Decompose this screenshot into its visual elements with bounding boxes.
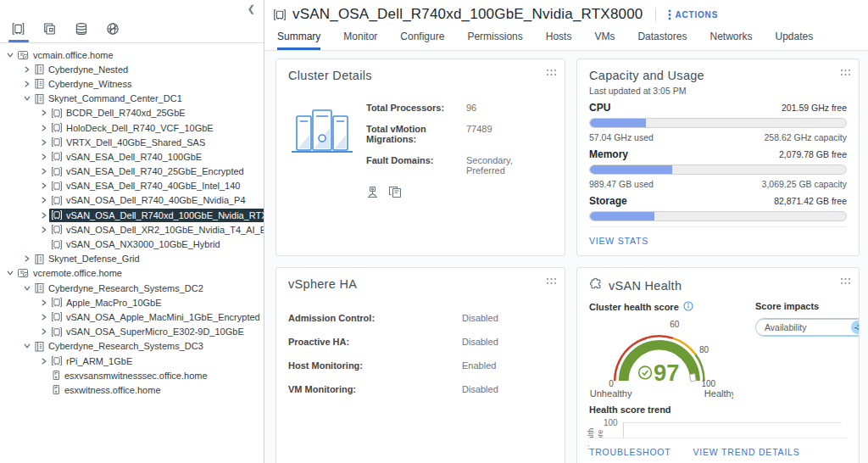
tree-item[interactable]: vSAN_OSA_SuperMicro_E302-9D_10GbE <box>0 325 264 339</box>
chevron-right-icon[interactable] <box>21 255 32 262</box>
ha-setting-value: Disabled <box>462 384 553 394</box>
actions-label: ACTIONS <box>676 10 719 20</box>
tree-item-label: vcmain.office.home <box>33 50 114 60</box>
sidebar-tab-vms-and-templates[interactable] <box>34 17 65 42</box>
tree-item[interactable]: Cyberdyne_Witness <box>0 76 264 91</box>
detail-label: Fault Domains: <box>366 155 466 176</box>
tab-summary[interactable]: Summary <box>277 31 320 50</box>
health-score-value: 97 <box>654 360 679 386</box>
chevron-right-icon[interactable] <box>38 212 49 219</box>
info-icon[interactable] <box>683 301 693 313</box>
chevron-right-icon[interactable] <box>38 314 49 321</box>
chevron-down-icon[interactable] <box>4 270 15 276</box>
inventory-view-tabs <box>0 14 264 43</box>
tree-item[interactable]: vSAN_OSA_Dell_XR2_10GbE_Nvidia_T4_AI_Ent… <box>0 222 264 237</box>
sidebar-tab-storage[interactable] <box>65 17 97 42</box>
tab-datastores[interactable]: Datastores <box>637 31 687 50</box>
chevron-right-icon[interactable] <box>38 168 49 175</box>
view-trend-details-link[interactable]: VIEW TREND DETAILS <box>693 447 800 457</box>
meter-bar <box>589 118 847 128</box>
collapse-sidebar-icon[interactable]: ❮ <box>248 4 255 14</box>
tree-item[interactable]: Cyberdyne_Research_Systems_DC2 <box>0 281 264 295</box>
tab-configure[interactable]: Configure <box>400 31 444 50</box>
tree-item-label: Cyberdyne_Research_Systems_DC2 <box>48 283 203 293</box>
vms-and-templates-icon <box>42 20 57 37</box>
tree-item[interactable]: vSAN_ESA_Dell_R740_40GbE_Intel_140 <box>0 179 264 193</box>
tree-item[interactable]: vSAN_OSA_Dell_R740_40GbE_Nvidia_P4 <box>0 193 264 208</box>
tree-item-label: Cyberdyne_Nested <box>48 64 128 75</box>
vm-icon[interactable] <box>388 186 402 201</box>
tab-hosts[interactable]: Hosts <box>546 31 572 50</box>
tree-item[interactable]: vSAN_ESA_Dell_R740_25GbE_Encrypted <box>0 165 264 179</box>
score-impacts-section: Score impacts Availability-3 <box>755 301 860 401</box>
chevron-down-icon[interactable] <box>21 343 32 349</box>
actions-button[interactable]: ACTIONS <box>655 8 724 21</box>
meter-capacity-value: 3,069.25 GB capacity <box>762 179 847 189</box>
tree-item-label: Cyberdyne_Witness <box>48 79 131 89</box>
object-header: vSAN_OSA_Dell_R740xd_100GbE_Nvidia_RTX80… <box>264 0 868 50</box>
tree-item[interactable]: Skynet_Command_Center_DC1 <box>0 92 264 106</box>
chevron-down-icon[interactable] <box>21 285 32 292</box>
tree-item-label: vSAN_ESA_Dell_R740_100GbE <box>66 152 202 162</box>
tree-item[interactable]: Cyberdyne_Nested <box>0 62 264 76</box>
tree-item[interactable]: vSAN_ESA_Dell_R740_100GbE <box>0 149 264 164</box>
hosts-and-clusters-icon <box>11 20 25 37</box>
tree-item-label: VRTX_Dell_40GbE_Shared_SAS <box>66 137 205 148</box>
datacenter-icon <box>34 64 45 75</box>
tree-item[interactable]: esxwitness.office.home <box>0 382 264 397</box>
tab-monitor[interactable]: Monitor <box>343 31 377 50</box>
chevron-down-icon[interactable] <box>21 95 32 102</box>
drag-handle-icon[interactable] <box>546 276 557 287</box>
detail-value: Secondary, Preferred <box>466 155 553 176</box>
tree-item[interactable]: vcremote.office.home <box>0 266 264 281</box>
tree-item[interactable]: vcmain.office.home <box>0 47 264 62</box>
sidebar-tab-networking[interactable] <box>97 17 128 42</box>
chevron-right-icon[interactable] <box>21 81 32 87</box>
tree-item-label: vSAN_ESA_Dell_R740_40GbE_Intel_140 <box>66 181 240 191</box>
tree-item[interactable]: vSAN_OSA_NX3000_10GbE_Hybrid <box>0 237 264 251</box>
troubleshoot-link[interactable]: TROUBLESHOOT <box>589 447 671 457</box>
meter-capacity-value: 258.62 GHz capacity <box>765 132 847 142</box>
chevron-down-icon[interactable] <box>4 52 15 59</box>
chevron-right-icon[interactable] <box>38 358 49 365</box>
host-network-icon[interactable] <box>366 186 379 201</box>
tab-updates[interactable]: Updates <box>775 31 813 50</box>
cluster-icon <box>51 151 63 162</box>
gauge-min: 0 <box>609 379 614 388</box>
chevron-right-icon[interactable] <box>38 109 49 116</box>
chevron-right-icon[interactable] <box>38 153 49 160</box>
gauge-unhealthy-label: Unhealthy <box>590 388 632 399</box>
tree-item[interactable]: vSAN_OSA_Dell_R740xd_100GbE_Nvidia_RTX80… <box>0 208 264 222</box>
tab-permissions[interactable]: Permissions <box>467 31 522 50</box>
drag-handle-icon[interactable] <box>840 67 851 79</box>
sidebar-tab-hosts-and-clusters[interactable] <box>3 17 34 42</box>
tree-item[interactable]: esxvsansmwitnesssec.office.home <box>0 368 264 382</box>
tab-networks[interactable]: Networks <box>709 31 752 50</box>
chevron-right-icon[interactable] <box>38 328 49 335</box>
chevron-right-icon[interactable] <box>21 66 32 73</box>
tree-item[interactable]: BCDR_Dell_R740xd_25GbE <box>0 106 264 120</box>
datacenter-icon <box>34 341 45 352</box>
drag-handle-icon[interactable] <box>546 67 557 79</box>
chevron-right-icon[interactable] <box>38 299 49 306</box>
tree-item[interactable]: Skynet_Defense_Grid <box>0 252 264 266</box>
sidebar-top-bar: ❮ <box>0 0 264 14</box>
inventory-tree: vcmain.office.homeCyberdyne_NestedCyberd… <box>0 43 264 463</box>
tree-item-label: vcremote.office.home <box>33 268 122 278</box>
tree-item-label: vSAN_OSA_NX3000_10GbE_Hybrid <box>66 239 220 249</box>
tree-item[interactable]: VRTX_Dell_40GbE_Shared_SAS <box>0 135 264 149</box>
tree-item[interactable]: Apple_MacPro_10GbE <box>0 295 264 310</box>
view-stats-link[interactable]: VIEW STATS <box>589 236 648 246</box>
chevron-right-icon[interactable] <box>38 182 49 189</box>
tree-item[interactable]: Cyberdyne_Research_Systems_DC3 <box>0 339 264 354</box>
tree-item[interactable]: HoloDeck_Dell_R740_VCF_10GbE <box>0 120 264 135</box>
chevron-right-icon[interactable] <box>38 125 49 131</box>
tree-item[interactable]: vSAN_OSA_Apple_MacMini_1GbE_Encrypted <box>0 310 264 324</box>
tree-item[interactable]: rPi_ARM_1GbE <box>0 354 264 368</box>
chevron-right-icon[interactable] <box>38 226 49 233</box>
chevron-right-icon[interactable] <box>38 197 49 204</box>
drag-handle-icon[interactable] <box>840 276 851 287</box>
tab-vms[interactable]: VMs <box>594 31 615 50</box>
impact-pill[interactable]: Availability-3 <box>755 319 860 336</box>
chevron-right-icon[interactable] <box>38 139 49 146</box>
